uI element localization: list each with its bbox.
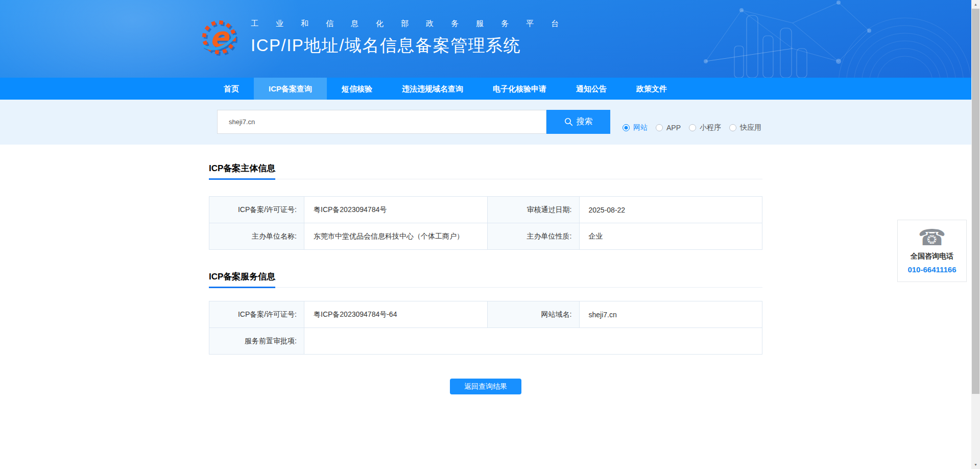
- header-banner: e 工业和信息化部政务服务平台 ICP/IP地址/域名信息备案管理系统: [0, 0, 971, 78]
- nav-item-policy-files[interactable]: 政策文件: [622, 78, 682, 100]
- field-value: [304, 328, 762, 355]
- radio-label: APP: [666, 124, 681, 132]
- radio-unselected-icon: [729, 124, 736, 131]
- search-type-miniprogram[interactable]: 小程序: [689, 123, 721, 132]
- subject-section-title: ICP备案主体信息: [209, 162, 275, 180]
- page: e 工业和信息化部政务服务平台 ICP/IP地址/域名信息备案管理系统 首页 I…: [0, 0, 980, 469]
- header-titles: 工业和信息化部政务服务平台 ICP/IP地址/域名信息备案管理系统: [251, 0, 762, 57]
- nav-item-e-verification[interactable]: 电子化核验申请: [478, 78, 561, 100]
- field-label: 服务前置审批项:: [209, 328, 304, 355]
- search-type-quickapp[interactable]: 快应用: [729, 123, 761, 132]
- phone-number: 010-66411166: [898, 265, 966, 274]
- service-section-title: ICP备案服务信息: [209, 271, 275, 288]
- search-input[interactable]: [217, 110, 546, 134]
- field-label: 网站域名:: [487, 301, 579, 328]
- phone-label: 全国咨询电话: [898, 252, 966, 261]
- field-value: 粤ICP备2023094784号-64: [304, 301, 488, 328]
- service-info-table: ICP备案/许可证号: 粤ICP备2023094784号-64 网站域名: sh…: [209, 301, 762, 355]
- search-button[interactable]: 搜索: [546, 110, 610, 134]
- field-label: ICP备案/许可证号:: [209, 301, 304, 328]
- field-value: 粤ICP备2023094784号: [304, 197, 488, 223]
- service-section-header: ICP备案服务信息: [209, 271, 762, 288]
- radio-unselected-icon: [656, 124, 663, 131]
- search-section: 搜索 网站 APP 小程序: [0, 100, 971, 145]
- nav-item-icp-query[interactable]: ICP备案查询: [254, 78, 327, 100]
- radio-selected-icon: [623, 124, 630, 131]
- radio-unselected-icon: [689, 124, 696, 131]
- radio-label: 网站: [633, 123, 648, 132]
- nav-item-sms-verify[interactable]: 短信核验: [327, 78, 387, 100]
- main-nav: 首页 ICP备案查询 短信核验 违法违规域名查询 电子化核验申请 通知公告 政策…: [0, 78, 971, 100]
- search-button-label: 搜索: [577, 116, 593, 127]
- field-label: 主办单位名称:: [209, 223, 304, 250]
- vertical-scrollbar[interactable]: ▲ ▼: [971, 0, 980, 469]
- system-title: ICP/IP地址/域名信息备案管理系统: [251, 34, 762, 57]
- field-label: ICP备案/许可证号:: [209, 197, 304, 223]
- field-value: 2025-08-22: [579, 197, 762, 223]
- scroll-up-icon[interactable]: ▲: [971, 0, 980, 9]
- miit-logo-icon: e: [202, 18, 236, 56]
- radio-label: 小程序: [700, 123, 721, 132]
- main-content: ICP备案主体信息 ICP备案/许可证号: 粤ICP备2023094784号 审…: [209, 162, 762, 394]
- nav-item-home[interactable]: 首页: [209, 78, 254, 100]
- scroll-down-icon[interactable]: ▼: [971, 460, 980, 469]
- field-value: 企业: [579, 223, 762, 250]
- radio-label: 快应用: [740, 123, 761, 132]
- table-row: ICP备案/许可证号: 粤ICP备2023094784号-64 网站域名: sh…: [209, 301, 762, 328]
- search-icon: [564, 118, 573, 126]
- field-value: sheji7.cn: [579, 301, 762, 328]
- back-to-results-button[interactable]: 返回查询结果: [450, 379, 521, 394]
- table-row: 主办单位名称: 东莞市中堂优品会信息科技中心（个体工商户） 主办单位性质: 企业: [209, 223, 762, 250]
- platform-name: 工业和信息化部政务服务平台: [251, 19, 762, 29]
- consultation-phone-card: ☎ 全国咨询电话 010-66411166: [897, 220, 967, 282]
- search-type-app[interactable]: APP: [656, 124, 681, 132]
- subject-info-table: ICP备案/许可证号: 粤ICP备2023094784号 审核通过日期: 202…: [209, 196, 762, 250]
- search-type-options: 网站 APP 小程序 快应用: [614, 123, 761, 132]
- telephone-icon: ☎: [898, 225, 966, 250]
- table-row: 服务前置审批项:: [209, 328, 762, 355]
- page-content: e 工业和信息化部政务服务平台 ICP/IP地址/域名信息备案管理系统 首页 I…: [0, 0, 971, 469]
- table-row: ICP备案/许可证号: 粤ICP备2023094784号 审核通过日期: 202…: [209, 197, 762, 223]
- subject-section-header: ICP备案主体信息: [209, 162, 762, 179]
- nav-item-notices[interactable]: 通知公告: [561, 78, 622, 100]
- field-label: 审核通过日期:: [487, 197, 579, 223]
- nav-item-illegal-domain-query[interactable]: 违法违规域名查询: [387, 78, 478, 100]
- field-value: 东莞市中堂优品会信息科技中心（个体工商户）: [304, 223, 488, 250]
- field-label: 主办单位性质:: [487, 223, 579, 250]
- scrollbar-thumb[interactable]: [972, 9, 979, 394]
- search-type-website[interactable]: 网站: [623, 123, 648, 132]
